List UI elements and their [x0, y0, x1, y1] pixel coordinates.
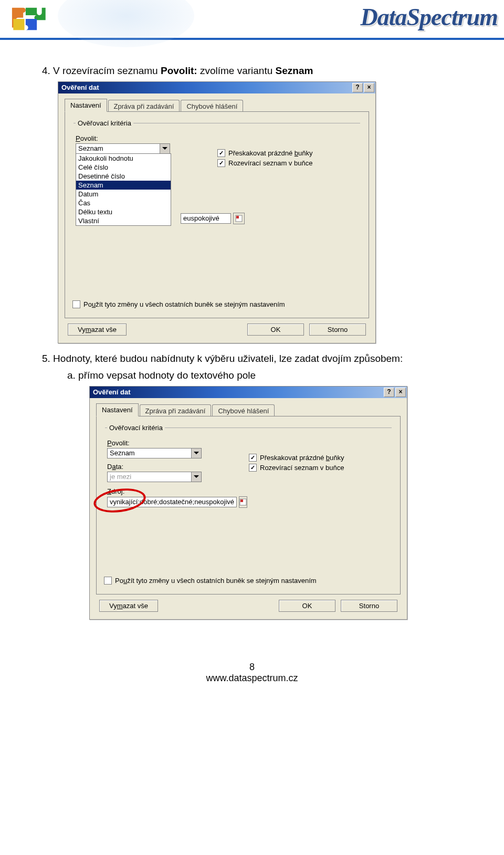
checkbox-apply-same[interactable]: Použít tyto změny u všech ostatních buně…: [72, 300, 285, 308]
checkbox-skip-empty[interactable]: Přeskakovat prázdné buňky: [217, 149, 358, 157]
dialog-tabs: Nastavení Zpráva při zadávání Chybové hl…: [65, 99, 369, 112]
checkbox-icon: [217, 149, 225, 157]
criteria-legend: Ověřovací kritéria: [107, 424, 165, 432]
cancel-button[interactable]: Storno: [341, 600, 397, 612]
page-footer: 8 www.dataspectrum.cz: [42, 662, 462, 700]
data-validation-dialog-open-list: Ověření dat ? × Nastavení Zpráva při zad…: [58, 81, 376, 343]
instruction-step-5a: a. přímo vepsat hodnoty do textového pol…: [67, 369, 462, 383]
footer-url: www.dataspectrum.cz: [42, 673, 462, 684]
allow-select[interactable]: Seznam: [107, 448, 202, 458]
clear-all-button[interactable]: Vymazat vše: [68, 324, 127, 336]
checkbox-icon: [249, 454, 257, 462]
chevron-down-icon[interactable]: [160, 144, 170, 153]
list-item[interactable]: Seznam: [76, 181, 171, 190]
checkbox-icon: [104, 577, 112, 585]
puzzle-icon: [10, 5, 48, 33]
close-button[interactable]: ×: [395, 388, 406, 397]
allow-select[interactable]: Seznam: [76, 143, 170, 154]
list-item[interactable]: Čas: [76, 199, 171, 207]
instruction-step-5: 5. Hodnoty, které budou nabídnuty k výbě…: [42, 352, 462, 366]
dialog-title: Ověření dat: [61, 84, 99, 91]
ok-button[interactable]: OK: [279, 600, 335, 612]
checkbox-icon: [249, 464, 257, 472]
instruction-step-4: 4. V rozevíracím seznamu Povolit: zvolím…: [42, 64, 462, 78]
criteria-legend: Ověřovací kritéria: [76, 119, 133, 127]
dialog-tabs: Nastavení Zpráva při zadávání Chybové hl…: [96, 403, 401, 416]
svg-rect-1: [236, 216, 239, 218]
ok-button[interactable]: OK: [247, 324, 304, 336]
tab-settings[interactable]: Nastavení: [65, 99, 107, 112]
list-item[interactable]: Délku textu: [76, 207, 171, 216]
checkbox-icon: [217, 159, 225, 167]
tab-settings[interactable]: Nastavení: [96, 403, 139, 416]
dialog-title: Ověření dat: [93, 388, 131, 396]
checkbox-incell-dropdown[interactable]: Rozevírací seznam v buňce: [217, 159, 358, 167]
source-input-peek: euspokojivé: [181, 213, 245, 224]
page-number: 8: [42, 662, 462, 673]
checkbox-incell-dropdown[interactable]: Rozevírací seznam v buňce: [249, 464, 390, 472]
checkbox-apply-same[interactable]: Použít tyto změny u všech ostatních buně…: [104, 577, 317, 585]
list-item[interactable]: Datum: [76, 190, 171, 199]
allow-label: Povolit:: [76, 134, 196, 142]
svg-rect-3: [240, 499, 243, 502]
source-label: Zdroj:: [107, 487, 228, 495]
checkbox-icon: [72, 300, 80, 308]
list-item[interactable]: Vlastní: [76, 216, 171, 225]
dialog-titlebar: Ověření dat ? ×: [58, 82, 375, 93]
data-select: je mezi: [107, 472, 202, 482]
allow-label: Povolit:: [107, 439, 228, 447]
list-item[interactable]: Jakoukoli hodnotu: [76, 154, 171, 163]
source-input[interactable]: vynikající;dobré;dostatečné;neuspokojivé: [107, 497, 237, 507]
data-validation-dialog-source: Ověření dat ? × Nastavení Zpráva při zad…: [89, 386, 407, 620]
checkbox-skip-empty[interactable]: Přeskakovat prázdné buňky: [249, 454, 390, 462]
criteria-group: Ověřovací kritéria Povolit: Seznam Data:: [105, 424, 392, 510]
dialog-titlebar: Ověření dat ? ×: [90, 387, 407, 398]
chevron-down-icon: [191, 472, 201, 482]
range-picker-icon[interactable]: [239, 496, 247, 508]
help-button[interactable]: ?: [384, 388, 394, 397]
list-item[interactable]: Desetinné číslo: [76, 172, 171, 181]
page-header: DataSpectrum: [0, 0, 504, 40]
range-picker-icon[interactable]: [233, 213, 245, 224]
close-button[interactable]: ×: [364, 83, 374, 92]
help-button[interactable]: ?: [352, 83, 363, 92]
allow-listbox[interactable]: Jakoukoli hodnotu Celé číslo Desetinné č…: [76, 153, 171, 226]
brand-logo: DataSpectrum: [361, 3, 498, 31]
criteria-group: Ověřovací kritéria Povolit: Seznam Jakou…: [74, 119, 360, 228]
data-label: Data:: [107, 463, 228, 471]
chevron-down-icon[interactable]: [191, 449, 201, 458]
cancel-button[interactable]: Storno: [309, 324, 366, 336]
clear-all-button[interactable]: Vymazat vše: [99, 600, 158, 612]
list-item[interactable]: Celé číslo: [76, 163, 171, 172]
